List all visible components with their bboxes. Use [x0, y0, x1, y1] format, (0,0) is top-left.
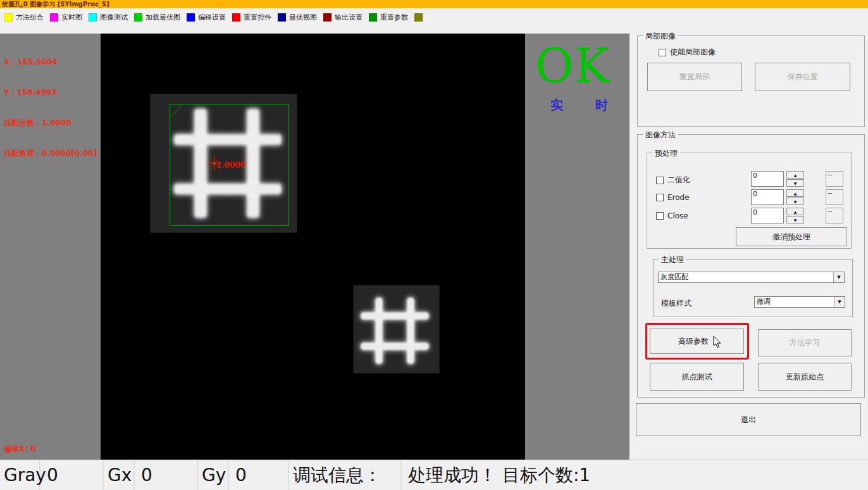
toolbar-item-label: 最优视图: [289, 13, 317, 22]
toolbar-item-label: 实时图: [61, 13, 82, 22]
cyan-swatch-icon: [89, 13, 97, 22]
reset-local-button[interactable]: 重置局部: [647, 63, 742, 91]
method-learn-button[interactable]: 方法学习: [758, 329, 852, 356]
close-checkbox-row[interactable]: Close: [656, 211, 688, 220]
realtime-mode-text: 实 时: [550, 97, 622, 114]
match-score-value: 1.0000: [216, 161, 245, 170]
save-position-button[interactable]: 保存位置: [755, 63, 850, 91]
enable-local-image-checkbox-row[interactable]: 使能局部图像: [659, 47, 716, 58]
match-angle: 匹配角度：0.0000[0.00]: [4, 148, 97, 158]
match-y: Y：158.4993: [4, 87, 97, 97]
binarize-label: 二值化: [667, 175, 690, 185]
control-panel: 局部图像 使能局部图像 重置局部 保存位置 图像方法 预处理 二值化 0 ▲ ▼…: [629, 34, 868, 460]
match-x: X：155.5004: [4, 57, 97, 67]
toolbar-item-label: 输出设置: [335, 13, 363, 22]
update-origin-button[interactable]: 更新原始点: [758, 363, 852, 391]
template-style-value: 微调: [755, 297, 834, 307]
undo-preprocess-button[interactable]: 撤消预处理: [736, 227, 847, 246]
pattern-die-2: [353, 285, 440, 374]
close-extra-box: --: [826, 208, 843, 223]
dropdown-arrow-icon[interactable]: ▼: [833, 272, 844, 282]
main-process-group-title: 主处理: [659, 254, 686, 265]
match-method-value: 灰度匹配: [659, 272, 833, 282]
gray-label: Gray: [0, 460, 40, 490]
magenta-swatch-icon: [50, 13, 58, 22]
left-readout-strip: X：155.5004 Y：158.4993 匹配分数：1.0000 匹配角度：0…: [0, 34, 101, 460]
preprocess-group: 预处理 二值化 0 ▲ ▼ -- Erode 0 ▲ ▼ --: [647, 153, 852, 249]
toolbar-item-best-view[interactable]: 最优视图: [278, 13, 317, 22]
darkred-swatch-icon: [323, 13, 332, 22]
advanced-params-button[interactable]: 高级参数: [650, 329, 744, 354]
erode-extra-box: --: [826, 189, 843, 205]
toolbar-item-offset-settings[interactable]: 偏移设置: [187, 13, 226, 22]
erode-value-input[interactable]: 0: [751, 189, 784, 205]
close-value-input[interactable]: 0: [751, 208, 784, 223]
window-title: 绞圆孔,0 图像学习 [SYImgProc_S]: [2, 1, 109, 8]
gy-value: 0: [229, 460, 289, 490]
image-method-group-title: 图像方法: [643, 130, 678, 141]
spin-up-icon[interactable]: ▲: [786, 208, 804, 215]
close-checkbox[interactable]: [656, 212, 664, 220]
result-strip: OK 实 时: [525, 34, 629, 460]
grab-point-test-button[interactable]: 抓点测试: [650, 363, 744, 391]
spin-down-icon[interactable]: ▼: [786, 179, 804, 187]
toolbar-item-label: 图像测试: [100, 13, 128, 22]
close-label: Close: [667, 211, 688, 220]
navy-swatch-icon: [278, 13, 286, 22]
spin-down-icon[interactable]: ▼: [786, 216, 804, 223]
template-style-select[interactable]: 微调 ▼: [754, 296, 845, 308]
erode-checkbox[interactable]: [656, 194, 664, 201]
exit-button[interactable]: 退出: [636, 403, 861, 436]
binarize-spinner: ▲ ▼: [786, 171, 804, 187]
binarize-value-input[interactable]: 0: [751, 171, 784, 187]
image-method-group: 图像方法 预处理 二值化 0 ▲ ▼ -- Erode 0 ▲ ▼ -: [637, 134, 865, 398]
selection-corner-notch-icon: [170, 104, 186, 120]
red-swatch-icon: [232, 13, 240, 22]
toolbar-item-reset-params[interactable]: 重置参数: [369, 13, 408, 22]
toolbar-item-output-settings[interactable]: 输出设置: [323, 13, 363, 22]
toolbar-item-method-combo[interactable]: 方法组合: [4, 13, 44, 22]
spin-up-icon[interactable]: ▲: [786, 189, 804, 197]
toolbar-item-label: 方法组合: [16, 13, 44, 22]
main-process-group: 主处理 灰度匹配 ▼ 模板样式 微调 ▼: [653, 259, 853, 317]
toolbar-item-label: 偏移设置: [198, 13, 226, 22]
template-style-label: 模板样式: [661, 298, 691, 309]
spin-down-icon[interactable]: ▼: [786, 198, 804, 205]
olive-swatch-icon: [414, 13, 423, 22]
image-canvas[interactable]: 1.0000: [101, 34, 525, 460]
local-image-group-title: 局部图像: [643, 31, 678, 42]
hash-mark-graphic: [353, 285, 440, 374]
result-status-text: OK: [535, 39, 610, 93]
toolbar-item-label: 重置参数: [380, 13, 408, 22]
toolbar-item-label: 重置控件: [244, 13, 271, 22]
debug-info-label: 调试信息：: [289, 460, 402, 490]
green-swatch-icon: [134, 13, 142, 22]
erode-checkbox-row[interactable]: Erode: [656, 193, 690, 202]
toolbar-item-image-test[interactable]: 图像测试: [89, 13, 128, 22]
match-readout: X：155.5004 Y：158.4993 匹配分数：1.0000 匹配角度：0…: [4, 37, 97, 179]
yellow-swatch-icon: [4, 13, 13, 22]
gy-label: Gy: [198, 460, 229, 490]
mouse-cursor-icon: [713, 336, 722, 349]
enable-local-image-checkbox[interactable]: [659, 49, 666, 56]
match-method-select[interactable]: 灰度匹配 ▼: [658, 272, 845, 283]
erode-spinner: ▲ ▼: [786, 189, 804, 205]
offset-x: 偏移X: 0: [4, 444, 60, 454]
darkgreen-swatch-icon: [369, 13, 377, 22]
erode-label: Erode: [667, 193, 690, 202]
binarize-checkbox[interactable]: [656, 177, 664, 184]
toolbar-item-unlabeled[interactable]: [414, 13, 426, 22]
toolbar-item-reset-controls[interactable]: 重置控件: [232, 13, 271, 22]
gx-label: Gx: [104, 460, 135, 490]
debug-message: 处理成功！ 目标个数:1: [402, 460, 868, 490]
binarize-checkbox-row[interactable]: 二值化: [656, 175, 690, 185]
toolbar-item-load-best[interactable]: 加载最优图: [134, 13, 180, 22]
dropdown-arrow-icon[interactable]: ▼: [834, 297, 845, 307]
close-spinner: ▲ ▼: [786, 208, 804, 223]
spin-up-icon[interactable]: ▲: [786, 171, 804, 179]
toolbar-item-label: 加载最优图: [146, 13, 180, 22]
toolbar-item-live-image[interactable]: 实时图: [50, 13, 82, 22]
binarize-extra-box: --: [826, 171, 843, 187]
match-score-marker: 1.0000: [208, 156, 264, 172]
gray-value: 0: [40, 460, 104, 490]
